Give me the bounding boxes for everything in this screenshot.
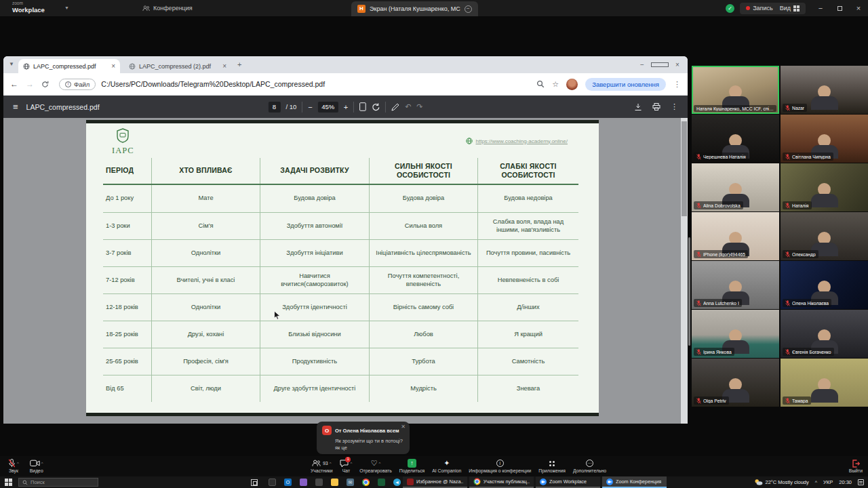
tab-close-icon[interactable]: × [222, 62, 226, 70]
meeting-info-button[interactable]: i Информация о конференции [469, 456, 531, 476]
view-button[interactable]: Вид [780, 5, 800, 12]
record-label: Запись [753, 5, 773, 12]
omnibox[interactable]: iФайл C:/Users/PC/Downloads/Telegram%20D… [56, 76, 529, 92]
chrome-menu-icon[interactable]: ⋮ [673, 80, 681, 89]
taskbar-window-favorites[interactable]: Избранное @ Naza... [403, 476, 467, 488]
annotate-pen-icon[interactable] [391, 103, 399, 111]
file-explorer-icon[interactable] [331, 479, 338, 486]
url-text[interactable]: C:/Users/PC/Downloads/Telegram%20Desktop… [101, 80, 325, 88]
search-icon[interactable] [536, 80, 545, 88]
profile-avatar[interactable] [566, 79, 578, 90]
chat-notification[interactable]: О От Олена Ніколаєва всем Як зрозуміти щ… [317, 422, 410, 454]
weather-widget[interactable]: 22°C Mostly cloudy [754, 479, 809, 486]
pdf-menu-icon[interactable]: ≡ [13, 102, 18, 112]
fit-page-button[interactable] [359, 102, 366, 111]
taskbar-window-zoom-conference[interactable]: Zoom Конференция [602, 476, 667, 488]
mail-icon[interactable]: ✉ [347, 479, 354, 486]
tab-conference[interactable]: Конференция [142, 0, 193, 16]
forward-button[interactable]: → [26, 79, 34, 89]
video-button[interactable]: ^ Видео [30, 456, 43, 476]
participant-tile[interactable]: Olga Petriv [692, 359, 779, 407]
app-icon-grey[interactable] [315, 479, 323, 486]
close-icon[interactable]: ✕ [401, 424, 406, 430]
app-icon-dark[interactable] [269, 479, 276, 486]
gallery-scrollbar[interactable] [688, 237, 690, 346]
back-button[interactable]: ← [10, 79, 18, 89]
chat-button[interactable]: ^ Чат 1 [340, 456, 352, 476]
close-button[interactable]: × [669, 61, 686, 68]
close-button[interactable]: × [849, 0, 868, 16]
participant-tile[interactable]: Черешнева Наталія [692, 115, 779, 163]
leave-button[interactable]: Выйти [849, 456, 863, 476]
participant-tile[interactable]: iPhone (Igor)494465 [692, 212, 779, 260]
page-number-input[interactable]: 8 [268, 102, 280, 113]
apps-button[interactable]: Приложения [538, 456, 566, 476]
collapse-icon[interactable]: − [465, 5, 472, 13]
tab-close-icon[interactable]: × [111, 62, 115, 70]
telegram-icon[interactable]: ◄ [393, 479, 401, 486]
print-button[interactable] [652, 103, 660, 110]
pdf-scrollbar[interactable] [681, 118, 688, 424]
participant-tile[interactable]: Тамара [781, 359, 868, 407]
taskbar-window-zoom-workplace[interactable]: Zoom Workplace [536, 476, 600, 488]
visual-studio-icon[interactable] [300, 479, 307, 486]
react-button[interactable]: ♡^ Отреагировать [359, 456, 391, 476]
update-chrome-button[interactable]: Завершити оновлення [585, 78, 666, 91]
zoom-out-button[interactable]: − [308, 103, 312, 111]
tray-expand-icon[interactable]: ^ [815, 480, 817, 485]
participant-tile[interactable]: Alina Dobrovolska [692, 163, 779, 211]
participant-tile[interactable]: Олена Ніколаєва [781, 261, 868, 309]
chrome-tabstrip: ▼ LAPC_compressed.pdf × LAPC_compressed … [3, 56, 688, 73]
maximize-button[interactable] [830, 0, 849, 16]
zoom-in-button[interactable]: + [344, 103, 348, 111]
task-view-button[interactable] [251, 479, 258, 486]
more-button[interactable]: ⋯ Дополнительно [573, 456, 606, 476]
language-indicator[interactable]: УКР [823, 479, 833, 485]
bookmark-star-icon[interactable]: ☆ [552, 80, 559, 89]
download-button[interactable] [634, 103, 642, 111]
taskbar-search[interactable]: Поиск [18, 478, 98, 487]
tab-screen-share[interactable]: Н Экран (Наталя Кушнаренко, МС − [351, 1, 478, 16]
ai-companion-button[interactable]: ✦ AI Companion [432, 456, 461, 476]
clock[interactable]: 20:30 [839, 479, 852, 485]
undo-button[interactable]: ↶ [405, 102, 411, 111]
tab-conference-label: Конференция [153, 5, 193, 12]
participants-button[interactable]: 93^ Участники [311, 456, 332, 476]
new-tab-button[interactable]: + [237, 60, 241, 68]
rotate-button[interactable] [372, 103, 380, 111]
participant-tile[interactable]: Світлана Чипурна [781, 115, 868, 163]
participant-tile[interactable]: Наталя Кушнаренко, МСС ICF, співзасн... [692, 66, 779, 114]
outlook-icon[interactable]: O [284, 479, 292, 486]
participant-tile[interactable]: Anna Lutchenko I [692, 261, 779, 309]
scrollbar-thumb[interactable] [682, 121, 687, 216]
minimize-button[interactable]: − [633, 61, 651, 68]
minimize-button[interactable]: − [811, 0, 830, 16]
start-button[interactable] [5, 479, 12, 486]
tab-search-icon[interactable]: ▼ [9, 61, 14, 67]
participant-tile[interactable]: Nazar [781, 66, 868, 114]
taskbar-window-chrome[interactable]: Участник публикац... [469, 476, 534, 488]
chat-title: От Олена Ніколаєва всем [335, 428, 399, 434]
browser-tab-2[interactable]: LAPC_compressed (2).pdf × [124, 59, 231, 73]
maximize-button[interactable] [651, 62, 669, 67]
participant-tile[interactable]: Ірина Янкова [692, 310, 779, 358]
file-chip[interactable]: iФайл [59, 79, 96, 90]
recording-indicator[interactable]: Запись [746, 5, 773, 12]
notification-center-icon[interactable] [858, 479, 864, 485]
chevron-down-icon[interactable]: ▼ [64, 5, 69, 10]
participant-tile[interactable]: Євгенія Богаченко [781, 310, 868, 358]
chrome-icon[interactable] [362, 479, 370, 486]
mute-button[interactable]: ^ Звук [8, 456, 19, 476]
pdf-viewport[interactable]: IAPC https://www.coaching-academy.online… [3, 118, 688, 424]
screen: zoom Workplace ▼ Конференция Н Экран (На… [0, 0, 868, 488]
participant-tile[interactable]: Наталія [781, 163, 868, 211]
share-button[interactable]: ↑ Поделиться [399, 456, 425, 476]
reload-button[interactable] [41, 81, 49, 88]
redo-button[interactable]: ↷ [416, 102, 422, 111]
browser-tab-1[interactable]: LAPC_compressed.pdf × [18, 59, 120, 73]
slide-link[interactable]: https://www.coaching-academy.online/ [466, 138, 568, 144]
zoom-level[interactable]: 45% [318, 102, 338, 113]
participant-tile[interactable]: Олександр [781, 212, 868, 260]
pdf-more-icon[interactable]: ⋮ [671, 102, 678, 111]
excel-icon[interactable] [378, 479, 385, 486]
